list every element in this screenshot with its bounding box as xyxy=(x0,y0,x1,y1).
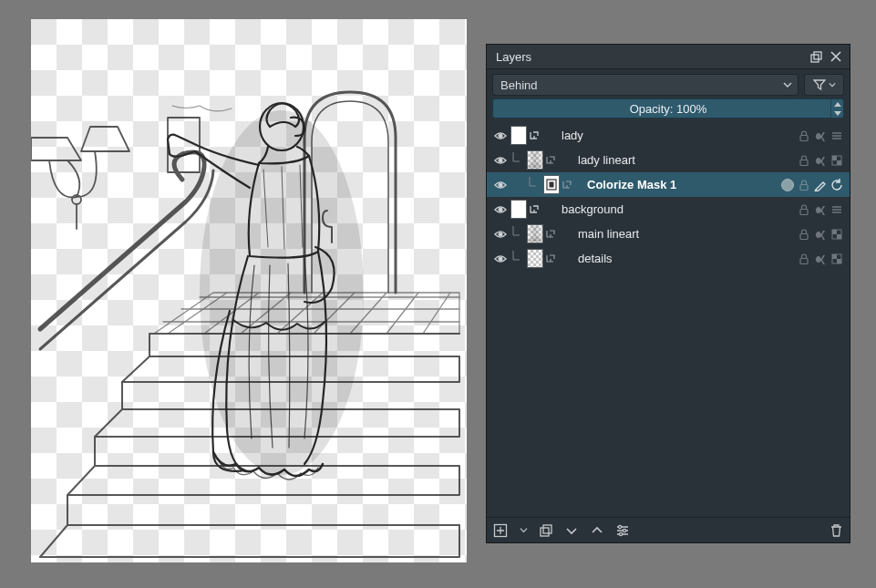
tree-branch-icon xyxy=(510,148,527,172)
artwork-lineart xyxy=(31,19,467,562)
visibility-toggle[interactable] xyxy=(490,154,510,167)
lock-icon[interactable] xyxy=(797,129,811,143)
layer-name[interactable]: details xyxy=(558,252,797,265)
delete-layer-button[interactable] xyxy=(828,522,844,539)
layer-name[interactable]: lady lineart xyxy=(558,153,797,167)
svg-rect-34 xyxy=(543,525,551,533)
opacity-spinners[interactable] xyxy=(830,99,843,118)
move-layer-up-button[interactable] xyxy=(589,522,605,539)
edit-stroke-icon[interactable] xyxy=(813,178,828,192)
lock-icon[interactable] xyxy=(797,202,811,217)
layer-properties-button[interactable] xyxy=(614,522,631,539)
svg-rect-8 xyxy=(814,52,821,59)
layer-name[interactable]: main lineart xyxy=(558,227,797,241)
layer-row[interactable]: details xyxy=(487,246,850,271)
lock-icon[interactable] xyxy=(797,178,811,192)
layer-thumbnail[interactable] xyxy=(510,126,527,145)
layer-thumbnail[interactable] xyxy=(527,150,543,170)
svg-point-27 xyxy=(499,256,502,260)
layer-thumbnail[interactable] xyxy=(510,200,527,219)
layer-row[interactable]: main lineart xyxy=(487,222,850,246)
alpha-icon[interactable] xyxy=(813,153,828,168)
svg-point-20 xyxy=(499,207,502,211)
blend-row: Behind xyxy=(487,69,850,98)
tree-branch-icon xyxy=(527,172,543,197)
filter-icon xyxy=(813,78,826,91)
alpha-icon[interactable] xyxy=(813,227,828,242)
color-swatch[interactable] xyxy=(780,178,795,192)
layer-list[interactable]: ladylady lineartColorize Mask 1backgroun… xyxy=(487,122,850,517)
layer-row[interactable]: background xyxy=(487,197,850,222)
lock-icon[interactable] xyxy=(797,252,811,266)
lock-icon[interactable] xyxy=(797,227,811,242)
alpha-icon[interactable] xyxy=(813,202,828,217)
panel-titlebar[interactable]: Layers xyxy=(487,45,850,69)
collapse-toggle[interactable] xyxy=(527,197,541,222)
layer-right-icons xyxy=(797,202,844,217)
svg-rect-33 xyxy=(541,528,549,536)
layer-right-icons xyxy=(780,178,844,192)
layer-right-icons xyxy=(797,129,844,143)
svg-rect-21 xyxy=(800,209,808,214)
svg-point-9 xyxy=(499,133,502,137)
chevron-down-icon xyxy=(829,81,836,88)
layer-name[interactable]: lady xyxy=(541,129,797,142)
visibility-toggle[interactable] xyxy=(490,179,510,191)
opacity-slider[interactable]: Opacity: 100% xyxy=(492,98,844,119)
layer-row[interactable]: lady lineart xyxy=(487,148,850,172)
blend-mode-value: Behind xyxy=(500,78,783,92)
opacity-label: Opacity: 100% xyxy=(630,102,707,116)
lock-icon[interactable] xyxy=(797,153,811,168)
svg-rect-18 xyxy=(550,182,554,188)
add-layer-button[interactable] xyxy=(492,522,509,539)
svg-point-6 xyxy=(200,110,364,475)
svg-rect-28 xyxy=(800,258,808,263)
svg-rect-10 xyxy=(800,135,808,140)
passthrough-lines-icon[interactable] xyxy=(830,202,844,217)
opacity-row: Opacity: 100% xyxy=(487,98,850,122)
layer-thumbnail[interactable] xyxy=(543,175,560,194)
layer-thumbnail[interactable] xyxy=(527,249,543,268)
alpha-icon[interactable] xyxy=(813,252,828,266)
chevron-down-icon xyxy=(783,80,792,89)
layers-panel: Layers Behind Opacity: 100% ladylady lin… xyxy=(486,44,850,543)
float-panel-icon[interactable] xyxy=(808,48,824,65)
blend-mode-combo[interactable]: Behind xyxy=(492,74,799,96)
visibility-toggle[interactable] xyxy=(490,129,510,142)
move-layer-down-button[interactable] xyxy=(563,522,580,539)
inherit-alpha-icon[interactable] xyxy=(830,252,844,266)
close-panel-icon[interactable] xyxy=(828,48,844,65)
layer-thumbnail[interactable] xyxy=(527,224,543,243)
add-layer-menu[interactable] xyxy=(518,522,529,539)
layer-right-icons xyxy=(797,153,844,168)
layer-right-icons xyxy=(797,227,844,242)
svg-rect-23 xyxy=(800,233,808,239)
svg-point-37 xyxy=(619,532,622,535)
svg-rect-14 xyxy=(832,156,837,160)
blend-filter-button[interactable] xyxy=(804,74,844,96)
layer-name[interactable]: background xyxy=(541,202,797,216)
alpha-icon[interactable] xyxy=(813,129,828,143)
tree-branch-icon xyxy=(510,246,527,271)
duplicate-layer-button[interactable] xyxy=(538,522,554,539)
inherit-alpha-icon[interactable] xyxy=(830,153,844,168)
svg-point-35 xyxy=(618,525,621,528)
visibility-toggle[interactable] xyxy=(490,253,510,265)
svg-point-16 xyxy=(499,182,502,186)
svg-rect-31 xyxy=(837,259,841,263)
visibility-toggle[interactable] xyxy=(490,228,510,241)
layer-row[interactable]: Colorize Mask 1 xyxy=(487,172,850,197)
canvas[interactable] xyxy=(31,19,467,562)
layer-right-icons xyxy=(797,252,844,266)
layer-row[interactable]: lady xyxy=(487,123,850,148)
layer-name[interactable]: Colorize Mask 1 xyxy=(574,178,780,191)
refresh-icon[interactable] xyxy=(830,178,844,192)
svg-point-22 xyxy=(499,232,502,235)
tree-branch-icon xyxy=(510,222,527,246)
inherit-alpha-icon[interactable] xyxy=(830,227,844,242)
visibility-toggle[interactable] xyxy=(490,203,510,216)
svg-rect-19 xyxy=(800,184,808,190)
tree-leaf-icon xyxy=(560,172,574,197)
collapse-toggle[interactable] xyxy=(527,123,541,148)
passthrough-lines-icon[interactable] xyxy=(830,129,844,143)
